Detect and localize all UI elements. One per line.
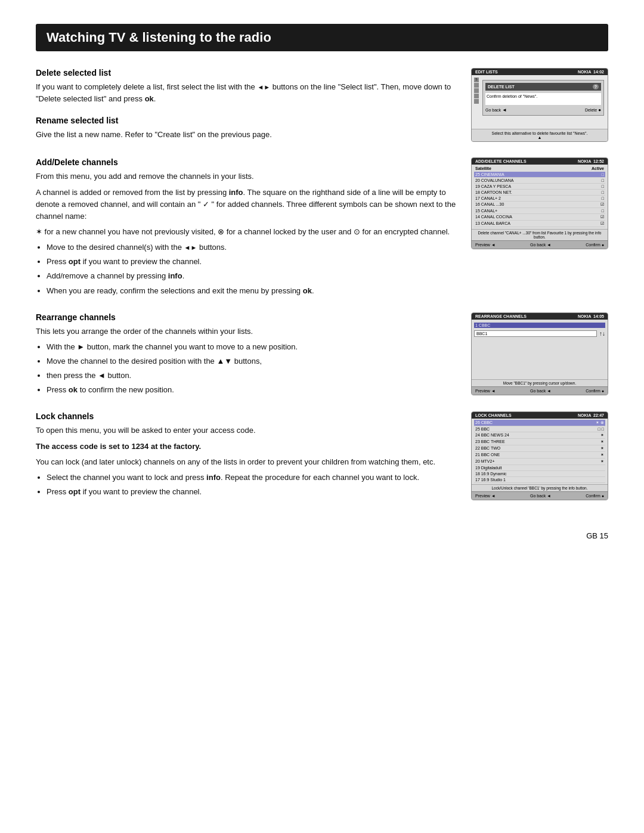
nokia-brand-lock: NOKIA 22:47 [578, 413, 604, 417]
delete-list-body: If you want to completely delete a list,… [36, 81, 460, 105]
nokia-brand-rearrange: NOKIA 14:05 [578, 314, 604, 318]
page-number: GB 15 [36, 531, 608, 540]
rearrange-title: Rearrange channels [36, 312, 460, 322]
rearrange-label: REARRANGE CHANNELS [475, 314, 527, 318]
rename-list-title: Rename selected list [36, 116, 460, 125]
rearrange-bottom-note: Move "BBC1" by pressing cursor up/down. [472, 379, 608, 386]
lock-channels-screen: LOCK CHANNELS NOKIA 22:47 26 CBBC✶ ⊗ 25 … [471, 411, 608, 500]
rearrange-selected-1: 1 CBBC [474, 323, 605, 328]
rearrange-body: This lets you arrange the order of the c… [36, 326, 460, 397]
rearrange-input: BBC1 [474, 330, 597, 337]
add-delete-body: From this menu, you add and remove the c… [36, 171, 460, 296]
add-delete-screen: ADD/DELETE CHANNELS NOKIA 12:52 Satellit… [471, 157, 608, 299]
lock-channels-title: Lock channels [36, 411, 460, 421]
add-delete-channel-list: 25 CINEMANIA□ 20 COVALUNCIANA□ 19 CAZA Y… [474, 172, 605, 227]
delete-go-back: Go back ◄ [485, 107, 507, 113]
edit-lists-label: EDIT LISTS [475, 70, 498, 74]
lock-footer: Preview ◄ Go back ◄ Confirm ● [472, 491, 608, 500]
add-delete-bottom-note: Delete channel "CANAL+ ...30" from list … [472, 229, 608, 240]
rearrange-screen: REARRANGE CHANNELS NOKIA 14:05 1 CBBC BB… [471, 312, 608, 399]
nokia-brand-add: NOKIA 12:52 [578, 159, 604, 163]
add-delete-label: ADD/DELETE CHANNELS [475, 159, 527, 163]
lock-label: LOCK CHANNELS [475, 413, 512, 417]
add-delete-footer: Preview ◄ Go back ◄ Confirm ● [472, 240, 608, 249]
delete-dialog-body: Confirm deletion of "News". [487, 94, 537, 98]
delete-dialog-icon: ? [593, 84, 599, 89]
col-active: Active [592, 166, 604, 171]
rearrange-arrows: ↑↓ [599, 330, 605, 337]
col-satellite: Satellite [475, 166, 491, 171]
lock-channels-body: To open this menu, you will be asked to … [36, 425, 460, 498]
add-delete-title: Add/Delete channels [36, 157, 460, 167]
rearrange-footer: Preview ◄ Go back ◄ Confirm ● [472, 386, 608, 395]
lock-channel-list: 26 CBBC✶ ⊗ 25 BBC□ □ 24 BBC NEWS 24✶ 23 … [474, 420, 605, 483]
nokia-brand-delete: NOKIA 14:02 [578, 70, 604, 74]
delete-list-title: Delete selected list [36, 68, 460, 78]
delete-confirm: Delete ● [585, 107, 601, 113]
lock-bottom-note: Lock/Unlock channel 'BBC1' by pressing t… [472, 484, 608, 491]
delete-dialog-title: DELETE LIST [488, 85, 515, 89]
rename-list-body: Give the list a new name. Refer to "Crea… [36, 129, 460, 141]
page-title: Watching TV & listening to the radio [36, 24, 608, 51]
delete-list-screen: EDIT LISTS NOKIA 14:02 S [471, 68, 608, 144]
delete-bottom-note: Select this alternative to delete favour… [472, 129, 608, 141]
